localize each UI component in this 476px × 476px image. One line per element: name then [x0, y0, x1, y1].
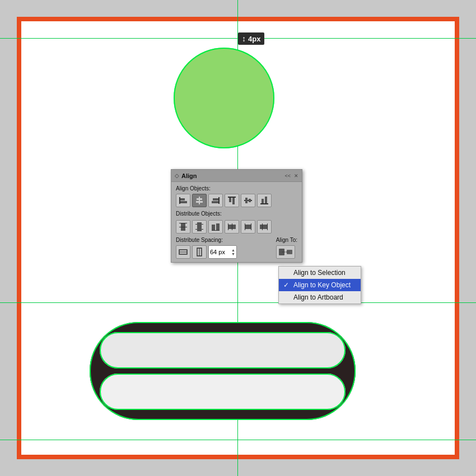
align-to-btn[interactable] [276, 245, 295, 259]
svg-rect-39 [260, 225, 262, 229]
svg-rect-27 [216, 223, 220, 230]
svg-rect-45 [279, 249, 284, 255]
spacing-input[interactable] [210, 249, 231, 255]
svg-rect-32 [232, 225, 236, 229]
green-circle-outline [174, 48, 274, 148]
dist-top-btn[interactable] [176, 220, 190, 234]
svg-rect-40 [263, 225, 267, 229]
svg-rect-34 [251, 223, 251, 230]
spacing-btn-h[interactable] [176, 245, 190, 259]
distribute-objects-row [176, 220, 297, 234]
dist-center-v-btn[interactable] [192, 220, 207, 234]
svg-rect-21 [181, 227, 185, 231]
panel-title: Align [181, 172, 197, 179]
align-left-btn[interactable] [176, 194, 190, 207]
svg-rect-35 [245, 225, 248, 229]
panel-close-btn[interactable]: ✕ [294, 173, 298, 179]
svg-rect-33 [245, 223, 245, 230]
svg-rect-16 [262, 199, 264, 203]
distribute-spacing-label: Distribute Spacing: [176, 237, 237, 243]
panel-title-icon: ◇ [175, 172, 179, 179]
svg-rect-37 [262, 223, 263, 230]
spin-up-btn[interactable]: ▲ [231, 248, 235, 252]
svg-rect-26 [212, 225, 215, 230]
svg-rect-1 [180, 198, 185, 200]
dropdown-item-selection[interactable]: Align to Selection [279, 267, 361, 279]
align-center-h-btn[interactable] [192, 194, 207, 207]
svg-rect-10 [229, 198, 231, 202]
panel-titlebar: ◇ Align << ✕ [171, 170, 302, 182]
guide-horizontal-bottom [0, 440, 476, 440]
align-middle-v-btn[interactable] [241, 194, 255, 207]
pill-shape [90, 322, 356, 420]
svg-rect-6 [218, 197, 220, 204]
canvas: ↕ 4px ◇ Align << ✕ Align Objects: [0, 0, 476, 476]
dimension-tooltip: ↕ 4px [238, 32, 264, 45]
svg-rect-20 [181, 223, 185, 227]
dropdown-label-selection: Align to Selection [293, 269, 346, 277]
dimension-value: 4px [248, 35, 260, 43]
dist-vert-left-btn[interactable] [225, 220, 239, 234]
svg-rect-19 [179, 227, 187, 227]
svg-rect-2 [180, 201, 187, 203]
spacing-btn-v[interactable] [192, 245, 207, 259]
align-to-dropdown: Align to Selection ✓ Align to Key Object… [278, 266, 361, 304]
check-key-object: ✓ [283, 281, 289, 289]
svg-rect-17 [265, 197, 267, 203]
dropdown-item-key-object[interactable]: ✓ Align to Key Object [279, 279, 361, 291]
align-objects-row [176, 194, 297, 207]
pill-inner-outline-bottom [100, 374, 346, 410]
panel-title-left: ◇ Align [175, 172, 197, 179]
svg-rect-14 [249, 199, 251, 202]
svg-rect-30 [232, 223, 232, 230]
pill-inner-outline-top [100, 332, 346, 368]
spacing-row: ▲ ▼ [176, 245, 237, 259]
dropdown-label-artboard: Align to Artboard [293, 293, 343, 301]
svg-rect-7 [213, 198, 218, 200]
svg-rect-31 [228, 225, 232, 229]
svg-rect-36 [248, 225, 251, 229]
svg-rect-25 [197, 227, 202, 231]
svg-rect-4 [197, 198, 202, 200]
svg-rect-28 [212, 230, 220, 231]
dist-vert-center-btn[interactable] [241, 220, 255, 234]
distribute-objects-label: Distribute Objects: [176, 211, 297, 217]
align-right-btn[interactable] [208, 194, 223, 207]
guide-horizontal-mid [0, 302, 476, 303]
spinner-btns: ▲ ▼ [231, 248, 235, 256]
align-objects-label: Align Objects: [176, 185, 297, 192]
svg-rect-0 [179, 197, 180, 204]
align-bottom-btn[interactable] [257, 194, 272, 207]
svg-rect-29 [228, 223, 228, 230]
arrow-icon: ↕ [242, 34, 246, 43]
svg-rect-5 [196, 201, 203, 203]
svg-rect-13 [245, 198, 248, 203]
dropdown-item-artboard[interactable]: Align to Artboard [279, 291, 361, 304]
panel-title-controls: << ✕ [284, 173, 298, 179]
dropdown-label-key-object: Align to Key Object [293, 281, 351, 289]
align-panel: ◇ Align << ✕ Align Objects: [171, 169, 302, 263]
spacing-input-wrap: ▲ ▼ [208, 245, 237, 259]
dist-bottom-btn[interactable] [208, 220, 223, 234]
svg-rect-3 [199, 197, 200, 204]
panel-collapse-btn[interactable]: << [284, 173, 291, 179]
dist-vert-right-btn[interactable] [257, 220, 272, 234]
svg-rect-9 [228, 197, 236, 198]
svg-rect-38 [267, 223, 268, 230]
panel-body: Align Objects: [171, 182, 302, 262]
align-to-label: Align To: [276, 237, 297, 243]
svg-rect-24 [197, 222, 202, 227]
svg-rect-8 [212, 201, 218, 203]
spin-down-btn[interactable]: ▼ [231, 252, 235, 256]
svg-rect-15 [260, 203, 268, 204]
align-top-btn[interactable] [225, 194, 239, 207]
svg-rect-11 [232, 198, 235, 204]
svg-rect-18 [179, 223, 187, 223]
